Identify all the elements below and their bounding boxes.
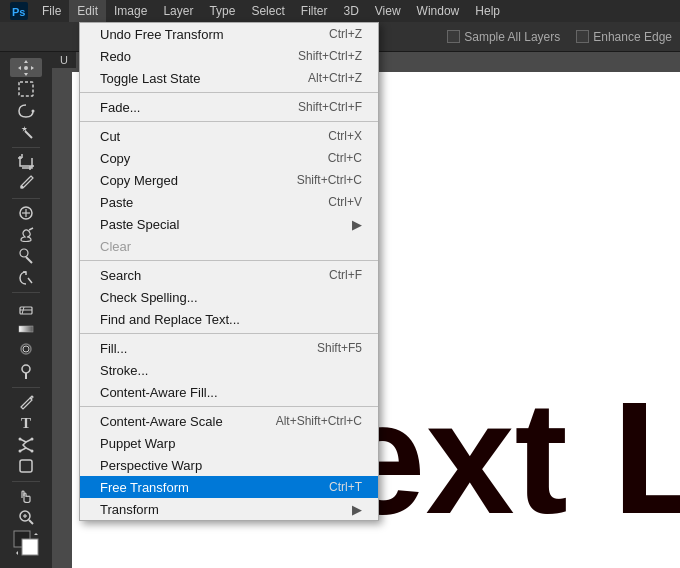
- svg-point-21: [19, 449, 22, 452]
- toolbar-spacer: [8, 31, 11, 43]
- menu-help[interactable]: Help: [467, 0, 508, 22]
- enhance-edge-label: Enhance Edge: [593, 30, 672, 44]
- enhance-edge-checkbox[interactable]: [576, 30, 589, 43]
- svg-rect-13: [19, 326, 33, 332]
- dodge-tool[interactable]: [10, 362, 42, 381]
- menu-paste[interactable]: Paste Ctrl+V: [80, 191, 378, 213]
- healing-tool[interactable]: [10, 204, 42, 223]
- edit-menu-dropdown: Undo Free Transform Ctrl+Z Redo Shift+Ct…: [79, 22, 379, 521]
- blur-tool[interactable]: [10, 341, 42, 360]
- menu-view[interactable]: View: [367, 0, 409, 22]
- menu-3d[interactable]: 3D: [335, 0, 366, 22]
- sample-all-layers-option[interactable]: Sample All Layers: [447, 30, 560, 44]
- move-tool[interactable]: [10, 58, 42, 77]
- foreground-background[interactable]: [12, 529, 40, 560]
- eraser-tool[interactable]: [10, 298, 42, 317]
- menu-content-aware-scale[interactable]: Content-Aware Scale Alt+Shift+Ctrl+C: [80, 410, 378, 432]
- menu-perspective-warp[interactable]: Perspective Warp: [80, 454, 378, 476]
- tool-divider-3: [12, 292, 40, 293]
- svg-point-2: [24, 66, 28, 70]
- svg-point-19: [31, 437, 34, 440]
- menu-copy-merged[interactable]: Copy Merged Shift+Ctrl+C: [80, 169, 378, 191]
- stamp-tool[interactable]: [10, 246, 42, 265]
- menu-toggle-last-state[interactable]: Toggle Last State Alt+Ctrl+Z: [80, 67, 378, 89]
- menu-file[interactable]: File: [34, 0, 69, 22]
- menu-divider-2: [80, 121, 378, 122]
- menu-free-transform[interactable]: Free Transform Ctrl+T: [80, 476, 378, 498]
- enhance-edge-option[interactable]: Enhance Edge: [576, 30, 672, 44]
- menu-image[interactable]: Image: [106, 0, 155, 22]
- svg-point-16: [22, 365, 30, 373]
- menu-transform[interactable]: Transform ▶: [80, 498, 378, 520]
- svg-rect-3: [19, 82, 33, 96]
- transform-arrow: ▶: [352, 502, 362, 517]
- menu-layer[interactable]: Layer: [155, 0, 201, 22]
- tool-divider-1: [12, 147, 40, 148]
- menu-cut[interactable]: Cut Ctrl+X: [80, 125, 378, 147]
- svg-point-4: [32, 109, 35, 112]
- path-selection-tool[interactable]: [10, 435, 42, 454]
- text-tool[interactable]: T: [10, 414, 42, 433]
- shape-tool[interactable]: [10, 456, 42, 475]
- canvas-tab[interactable]: U: [52, 52, 76, 68]
- menu-clear: Clear: [80, 235, 378, 257]
- edit-menu: Undo Free Transform Ctrl+Z Redo Shift+Ct…: [79, 22, 379, 521]
- menu-window[interactable]: Window: [409, 0, 468, 22]
- menu-divider-5: [80, 406, 378, 407]
- menu-filter[interactable]: Filter: [293, 0, 336, 22]
- menu-check-spelling[interactable]: Check Spelling...: [80, 286, 378, 308]
- tool-divider-4: [12, 387, 40, 388]
- svg-point-20: [31, 449, 34, 452]
- menu-content-aware-fill[interactable]: Content-Aware Fill...: [80, 381, 378, 403]
- tools-panel: T: [0, 52, 52, 568]
- menu-copy[interactable]: Copy Ctrl+C: [80, 147, 378, 169]
- menu-divider-1: [80, 92, 378, 93]
- menu-stroke[interactable]: Stroke...: [80, 359, 378, 381]
- svg-line-5: [25, 131, 32, 138]
- pen-tool[interactable]: [10, 392, 42, 411]
- menu-paste-special[interactable]: Paste Special ▶: [80, 213, 378, 235]
- brush-tool[interactable]: [10, 225, 42, 244]
- tool-divider-2: [12, 198, 40, 199]
- sample-all-layers-checkbox[interactable]: [447, 30, 460, 43]
- zoom-tool[interactable]: [10, 508, 42, 527]
- svg-point-11: [20, 249, 28, 257]
- svg-line-10: [29, 228, 33, 230]
- menu-select[interactable]: Select: [243, 0, 292, 22]
- menu-fade[interactable]: Fade... Shift+Ctrl+F: [80, 96, 378, 118]
- svg-point-18: [19, 437, 22, 440]
- crop-tool[interactable]: [10, 152, 42, 171]
- hand-tool[interactable]: [10, 486, 42, 505]
- svg-point-6: [21, 186, 24, 189]
- menu-find-replace[interactable]: Find and Replace Text...: [80, 308, 378, 330]
- sample-all-layers-label: Sample All Layers: [464, 30, 560, 44]
- menu-bar: Ps File Edit Image Layer Type Select Fil…: [0, 0, 680, 22]
- menu-divider-4: [80, 333, 378, 334]
- menu-puppet-warp[interactable]: Puppet Warp: [80, 432, 378, 454]
- eyedropper-tool[interactable]: [10, 174, 42, 193]
- paste-special-arrow: ▶: [352, 217, 362, 232]
- ps-logo[interactable]: Ps: [4, 0, 34, 22]
- lasso-tool[interactable]: [10, 101, 42, 120]
- menu-type[interactable]: Type: [201, 0, 243, 22]
- history-tool[interactable]: [10, 268, 42, 287]
- menu-undo-free-transform[interactable]: Undo Free Transform Ctrl+Z: [80, 23, 378, 45]
- menu-search[interactable]: Search Ctrl+F: [80, 264, 378, 286]
- menu-redo[interactable]: Redo Shift+Ctrl+Z: [80, 45, 378, 67]
- svg-rect-28: [22, 539, 38, 555]
- menu-fill[interactable]: Fill... Shift+F5: [80, 337, 378, 359]
- gradient-tool[interactable]: [10, 319, 42, 338]
- svg-text:Ps: Ps: [12, 6, 25, 18]
- svg-point-15: [23, 346, 29, 352]
- tool-divider-5: [12, 481, 40, 482]
- menu-edit[interactable]: Edit: [69, 0, 106, 22]
- svg-line-24: [29, 520, 33, 524]
- magic-wand-tool[interactable]: [10, 122, 42, 141]
- marquee-tool[interactable]: [10, 79, 42, 98]
- svg-rect-22: [20, 460, 32, 472]
- menu-divider-3: [80, 260, 378, 261]
